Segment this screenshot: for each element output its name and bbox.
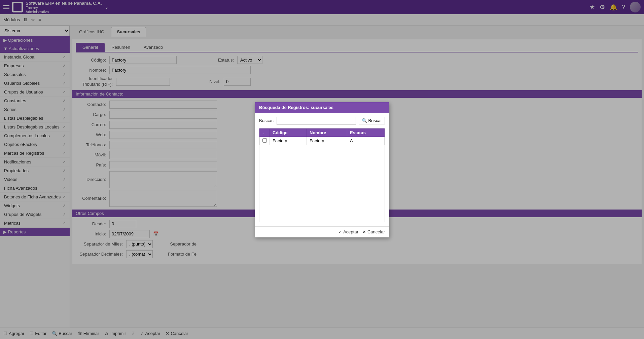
col-header-estatus: Estatus <box>347 128 385 137</box>
modal-search-input[interactable] <box>277 117 356 125</box>
modal-buscar-label: Buscar: <box>259 118 274 123</box>
table-row[interactable]: Factory Factory A <box>260 137 385 145</box>
row-checkbox[interactable] <box>262 138 267 143</box>
col-header-codigo: Código <box>270 128 307 137</box>
modal-check-icon: ✓ <box>338 229 342 234</box>
modal-header: Búsqueda de Registros: sucursales <box>255 102 389 113</box>
modal-search-button[interactable]: 🔍 Buscar <box>359 117 385 124</box>
modal-overlay: Búsqueda de Registros: sucursales Buscar… <box>0 0 644 339</box>
col-header-nombre: Nombre <box>307 128 347 137</box>
row-nombre: Factory <box>307 137 347 145</box>
search-modal: Búsqueda de Registros: sucursales Buscar… <box>255 102 389 237</box>
modal-body: Buscar: 🔍 Buscar . Código <box>255 113 389 226</box>
modal-results-table: . Código Nombre Estatus <box>259 128 385 145</box>
modal-footer: ✓ Aceptar ✕ Cancelar <box>255 226 389 237</box>
col-header-dot: . <box>260 128 270 137</box>
modal-cancelar-button[interactable]: ✕ Cancelar <box>362 229 385 234</box>
row-checkbox-cell[interactable] <box>260 137 270 145</box>
modal-title: Búsqueda de Registros: sucursales <box>259 105 333 110</box>
modal-result-area[interactable]: . Código Nombre Estatus <box>259 128 385 222</box>
modal-search-icon: 🔍 <box>362 118 367 123</box>
row-codigo: Factory <box>270 137 307 145</box>
row-estatus: A <box>347 137 385 145</box>
modal-x-icon: ✕ <box>362 229 366 234</box>
modal-search-row: Buscar: 🔍 Buscar <box>259 117 385 125</box>
modal-aceptar-button[interactable]: ✓ Aceptar <box>338 229 358 234</box>
